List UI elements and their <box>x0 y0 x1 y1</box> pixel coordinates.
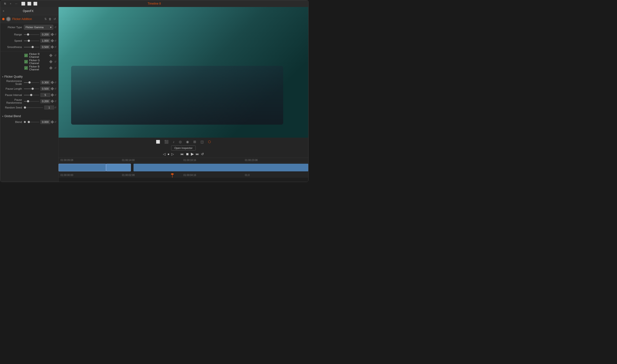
effects-icon[interactable]: ⊞ <box>193 139 197 144</box>
track-clip-2[interactable] <box>106 164 131 171</box>
flicker-r-checkbox[interactable]: ✓ <box>24 54 28 57</box>
go-start-btn[interactable]: ⏮ <box>180 152 184 156</box>
pause-randomness-keyframe-diamond[interactable] <box>51 100 54 103</box>
blend-icon[interactable]: ◫ <box>200 139 204 144</box>
effect-updown-icon[interactable]: ⇅ <box>44 17 47 21</box>
pause-randomness-row: Pause Randomness ↺ <box>0 98 58 104</box>
blend-slider-track[interactable] <box>28 122 39 122</box>
open-inspector-button[interactable]: Open Inspector <box>171 145 195 151</box>
play-btn[interactable]: ▶ <box>191 152 194 156</box>
app-window: fli × ··· ⬜ ⬜ ⬜ Timeline 8 × OpenFX <box>0 0 308 182</box>
flicker-type-dropdown[interactable]: Flicker Gamma ▾ <box>24 25 53 30</box>
layout-icon-2[interactable]: ⬜ <box>27 2 31 6</box>
openfx-icon[interactable]: ⬡ <box>207 139 212 144</box>
speed-value-input[interactable] <box>40 39 50 43</box>
randomness-scale-keyframe-diamond[interactable] <box>51 81 54 84</box>
randomness-scale-reset-icon[interactable]: ↺ <box>54 81 56 84</box>
tab-fli[interactable]: fli <box>2 2 8 6</box>
smoothness-value-input[interactable] <box>40 45 50 49</box>
global-blend-header[interactable]: ▾ Global Blend <box>0 114 58 119</box>
pause-interval-slider-track[interactable] <box>24 95 39 95</box>
speed-slider-thumb[interactable] <box>28 40 30 42</box>
layout-icon-3[interactable]: ⬜ <box>33 2 37 6</box>
pause-interval-value-input[interactable] <box>40 93 50 97</box>
range-reset-icon[interactable]: ↺ <box>54 33 56 36</box>
flicker-quality-header[interactable]: ▾ Flicker Quality <box>0 74 58 79</box>
blend-value-input[interactable] <box>40 120 50 124</box>
random-seed-value-input[interactable] <box>44 105 54 110</box>
layout-icon-1[interactable]: ⬜ <box>21 2 25 6</box>
pause-length-reset-icon[interactable]: ↺ <box>54 87 56 91</box>
pause-interval-keyframe-diamond[interactable] <box>51 93 54 97</box>
random-seed-slider-track[interactable] <box>24 107 43 108</box>
ruler-mark-3: 01:00:23:08 <box>245 159 306 161</box>
speed-slider-track[interactable] <box>24 40 39 41</box>
prev-frame-btn[interactable]: ◁ <box>163 152 166 156</box>
tab-close-icon[interactable]: × <box>10 2 11 5</box>
range-label: Range <box>2 33 24 36</box>
pause-length-value-input[interactable] <box>40 87 50 91</box>
prev-keyframe-btn[interactable]: ● <box>167 152 169 156</box>
stop-btn[interactable]: ⏹ <box>186 152 189 156</box>
speed-reset-icon[interactable]: ↺ <box>54 39 56 42</box>
range-value-input[interactable] <box>40 32 50 37</box>
pause-randomness-slider-thumb[interactable] <box>27 100 29 103</box>
more-options-icon[interactable]: ··· <box>13 2 19 6</box>
effect-delete-icon[interactable]: 🗑 <box>48 17 52 21</box>
randomness-scale-value-input[interactable] <box>40 80 50 85</box>
blend-keyframe-diamond[interactable] <box>51 120 54 124</box>
flicker-g-reset-icon[interactable]: ↺ <box>54 60 56 63</box>
pause-length-slider-track[interactable] <box>24 89 39 89</box>
next-frame-btn[interactable]: ▷ <box>171 152 174 156</box>
speed-icon[interactable]: ◉ <box>185 139 190 144</box>
range-slider-fill <box>24 34 27 35</box>
blend-slider-thumb[interactable] <box>28 121 30 123</box>
smoothness-keyframe-diamond[interactable] <box>51 45 54 49</box>
random-seed-reset-icon[interactable]: ↺ <box>54 106 56 109</box>
pause-interval-slider-thumb[interactable] <box>30 94 32 96</box>
color-icon[interactable]: ◎ <box>178 139 182 144</box>
randomness-scale-slider-thumb[interactable] <box>28 81 31 84</box>
flicker-r-keyframe-diamond[interactable] <box>49 54 52 57</box>
pause-length-keyframe-diamond[interactable] <box>51 87 54 91</box>
pause-length-slider-thumb[interactable] <box>32 88 34 90</box>
pause-interval-reset-icon[interactable]: ↺ <box>54 93 56 97</box>
blend-reset-icon[interactable]: ↺ <box>54 120 56 124</box>
transform-icon[interactable]: ⬛ <box>164 139 169 144</box>
bottom-mark-2: 01:00:04:16 <box>183 174 245 176</box>
go-end-btn[interactable]: ⏭ <box>196 152 199 156</box>
randomness-scale-slider-track[interactable] <box>24 82 39 83</box>
smoothness-slider-thumb[interactable] <box>32 46 34 48</box>
panel-close-btn[interactable]: × <box>3 9 4 13</box>
pause-randomness-reset-icon[interactable]: ↺ <box>54 100 56 103</box>
flicker-b-checkbox[interactable]: ✓ <box>24 66 28 70</box>
effect-active-dot[interactable] <box>2 18 5 20</box>
random-seed-slider-container <box>24 105 54 110</box>
audio-icon[interactable]: ♪ <box>172 139 175 144</box>
flicker-g-checkbox[interactable]: ✓ <box>24 60 28 63</box>
blend-dot-marker[interactable] <box>24 121 26 123</box>
svg-point-1 <box>8 19 9 20</box>
pause-randomness-slider-track[interactable] <box>24 101 39 102</box>
flicker-g-keyframe-diamond[interactable] <box>49 60 52 63</box>
smoothness-row: Smoothness ↺ <box>0 44 58 50</box>
range-slider-thumb[interactable] <box>27 34 29 36</box>
random-seed-slider-thumb[interactable] <box>24 106 26 109</box>
smoothness-slider-track[interactable] <box>24 47 39 48</box>
track-clip-3[interactable] <box>133 164 308 171</box>
speed-keyframe-diamond[interactable] <box>51 39 54 42</box>
flicker-r-reset-icon[interactable]: ↺ <box>54 54 56 57</box>
flicker-b-keyframe-diamond[interactable] <box>49 66 52 70</box>
effect-controls: ⇅ 🗑 ↺ <box>44 17 56 21</box>
loop-btn[interactable]: ↺ <box>201 152 204 156</box>
video-scene <box>59 7 308 138</box>
crop-icon[interactable]: ⬜ <box>155 139 161 144</box>
track-clip-1[interactable] <box>59 164 106 171</box>
pause-randomness-value-input[interactable] <box>40 99 50 104</box>
effect-reset-icon[interactable]: ↺ <box>53 17 56 21</box>
range-keyframe-diamond[interactable] <box>51 33 54 36</box>
smoothness-reset-icon[interactable]: ↺ <box>54 46 56 49</box>
range-slider-track[interactable] <box>24 34 39 35</box>
flicker-b-reset-icon[interactable]: ↺ <box>54 66 56 70</box>
flicker-type-reset-icon[interactable]: ↺ <box>54 26 56 29</box>
